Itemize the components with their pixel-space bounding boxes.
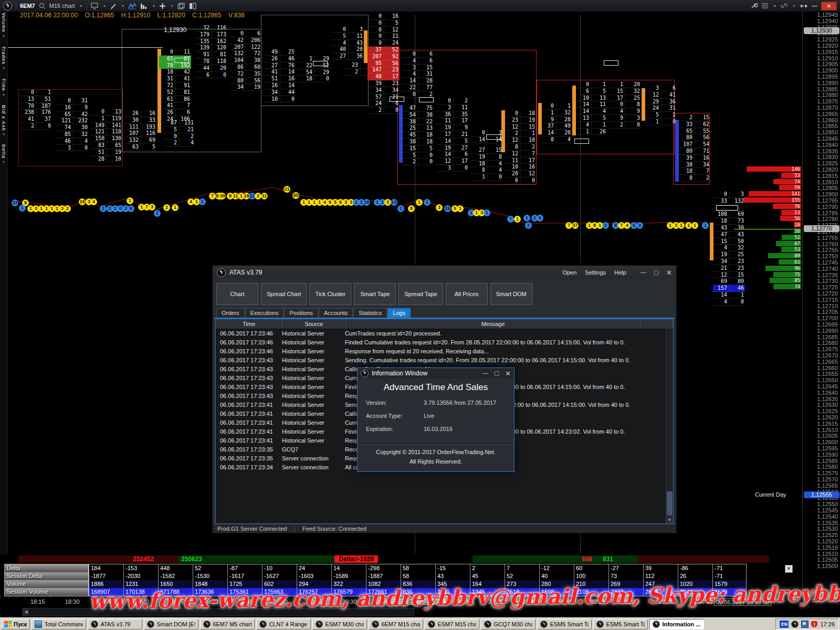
bid-value: 5 [645,112,662,118]
log-row[interactable]: 06.06.2017 17:23:43Historical ServerSend… [216,356,673,365]
tab-statistics[interactable]: Statistics [353,308,387,318]
price-label: 1,12515 [817,544,838,551]
tab-accounts[interactable]: Accounts [319,308,353,318]
tab-orders[interactable]: Orders [216,308,245,318]
trade-bubble: 1 [678,222,685,229]
nav-button-spread-tape[interactable]: Spread Tape [398,283,443,305]
bid-value: 0 [575,81,592,88]
scrollbar-thumb[interactable] [667,491,673,516]
taskbar-button[interactable]: ϟESM5 Smart Tape [593,619,648,629]
symbol-label[interactable]: 6EM7 [20,3,35,9]
vertical-scrollbar[interactable]: ▼ [666,329,673,523]
scroll-left-icon[interactable]: ◀ [23,608,29,615]
resize-arrows-icon[interactable] [800,2,808,10]
nav-button-smart-tape[interactable]: Smart Tape [354,283,396,305]
ask-value: 6 [176,109,191,116]
security-shield-icon[interactable]: ! [811,621,817,627]
link-icon[interactable] [780,2,788,10]
price-label: 1,12715 [817,297,838,303]
price-label: 1,12525 [817,532,838,538]
taskbar-button[interactable]: ϟESM7 M30 char... [312,619,367,629]
period-selector[interactable]: M15 chart [49,3,75,9]
footer-close-icon[interactable]: ✕ [785,565,793,573]
cluster-row: 30 [437,165,469,172]
add-icon[interactable] [159,2,166,10]
info-titlebar[interactable]: ϟ Information Window — ▢ ✕ [358,368,514,379]
log-table-header[interactable]: Time Source Message [216,319,673,329]
start-button[interactable]: Пуск [1,619,30,629]
atas-titlebar[interactable]: ϟ ATAS v3.79 OpenSettingsHelp — ▢ ✕ [213,266,676,279]
menu-item-help[interactable]: Help [614,269,626,276]
taskbar-button[interactable]: ϟSmart DOM [ES... [144,619,198,629]
sidebar-item-delta[interactable]: Delta [1,144,6,165]
log-row[interactable]: 06.06.2017 17:23:46Historical ServerResp… [216,347,673,356]
taskbar-button[interactable]: ϟESM7 M15 char... [425,619,479,629]
price-label: 1,12920 [817,43,838,49]
scroll-down-icon[interactable]: ▼ [666,517,673,523]
price-label: 1,12945 [817,12,838,18]
taskbar-button[interactable]: ϟInformation ... [649,619,704,629]
tab-executions[interactable]: Executions [245,308,284,318]
copy-layout-icon[interactable] [177,2,185,10]
cluster-row: 8660 [229,64,261,71]
language-indicator[interactable]: EN [780,621,789,628]
taskbar-button[interactable]: ϟCLN7 4 RangeZ... [256,619,311,629]
chevron-down-icon: ▼ [792,4,796,8]
pencil-icon[interactable] [110,2,117,10]
log-row[interactable]: 06.06.2017 17:23:46Historical ServerFind… [216,338,673,347]
sidebar-item-volume[interactable]: Volume [1,13,6,39]
column-header-time[interactable]: Time [216,319,282,329]
atas-tray-icon[interactable]: ϟ [791,621,799,628]
list-icon[interactable] [761,2,769,10]
maximize-icon[interactable]: ▢ [494,370,499,377]
histogram-icon[interactable] [140,2,148,10]
nav-button-tick-cluster[interactable]: Tick Cluster [309,283,351,305]
ask-value: 4 [592,108,607,114]
cluster-row: 141 [713,292,745,299]
cluster-row: 3635 [437,111,469,118]
close-icon[interactable]: ✕ [666,269,672,277]
column-header-message[interactable]: Message [346,319,640,329]
ask-value: 28 [418,78,434,84]
taskbar-button[interactable]: ϟESM5 Smart Tape [537,619,592,629]
taskbar-button[interactable]: ϟGCQ7 M30 char... [481,619,536,629]
clock[interactable]: 17:26 [820,621,835,627]
maximize-icon[interactable]: ▢ [654,269,659,277]
log-row[interactable]: 06.06.2017 17:23:46Historical ServerCumT… [216,329,673,338]
close-icon[interactable]: ✕ [821,2,837,10]
sidebar-item-trades[interactable]: Trades [1,46,6,71]
sidebar-item-bid-x-ask[interactable]: Bid x Ask [1,105,6,138]
wrench-icon[interactable] [750,2,758,10]
tab-positions[interactable]: Positions [284,308,318,318]
grid-columns-icon[interactable] [189,2,196,10]
sidebar-item-time[interactable]: Time [1,78,6,98]
cluster-row: 82 [504,144,536,151]
minimize-icon[interactable]: — [812,3,817,9]
minimize-icon[interactable]: — [482,370,488,377]
taskbar-button[interactable]: ϟ6EM7 M5 chart ... [200,619,255,629]
close-icon[interactable]: ✕ [505,370,511,377]
indicator-icon[interactable] [128,2,136,10]
taskbar-button[interactable]: ϟATAS v3.79 [88,619,142,629]
nav-button-spread-chart[interactable]: Spread Chart [261,283,307,305]
nav-button-all-prices[interactable]: All Prices [446,283,488,305]
nav-button-smart-dom[interactable]: Smart DOM [490,283,532,305]
bid-value: 63 [124,144,141,150]
ask-value: 25 [730,251,745,258]
tab-logs[interactable]: Logs [387,308,411,318]
search-icon[interactable] [39,2,46,10]
ask-value: 43 [349,40,364,46]
menu-item-settings[interactable]: Settings [585,269,606,276]
taskbar-button[interactable]: ϟ6EM7 M15 char... [369,619,423,629]
menu-item-open[interactable]: Open [562,269,576,276]
ask-value: 0 [626,122,641,128]
network-tray-icon[interactable] [801,621,808,628]
taskbar-button[interactable]: Total Command... [32,619,86,629]
price-scale[interactable]: 1,129451,129401,129351,129301,129251,129… [802,12,840,589]
price-pointer-blue: 1,12555 [804,491,839,498]
monitor-icon[interactable] [91,2,99,10]
minimize-icon[interactable]: — [640,269,646,277]
column-header-source[interactable]: Source [282,319,346,329]
nav-button-chart[interactable]: Chart [216,283,258,305]
cluster-row: 5281 [159,89,191,96]
